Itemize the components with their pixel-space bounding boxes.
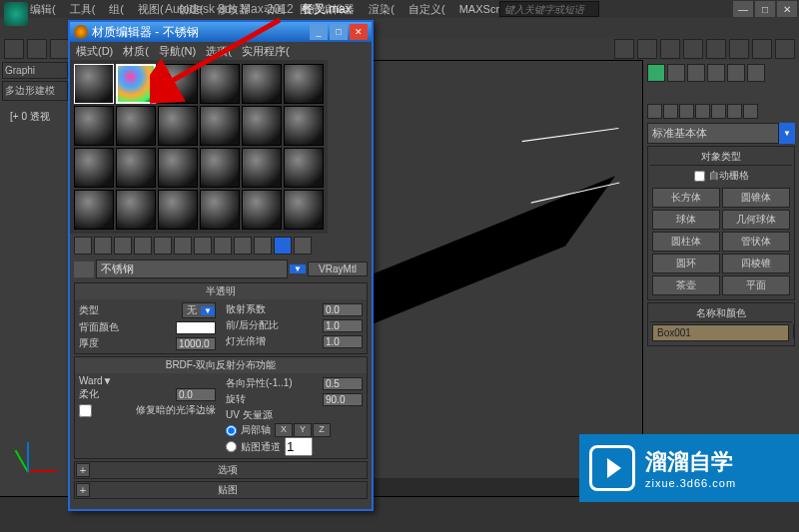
make-unique-icon[interactable] xyxy=(174,237,192,255)
go-to-parent-icon[interactable] xyxy=(274,237,292,255)
sample-slot[interactable] xyxy=(200,148,240,188)
spacewarps-icon[interactable] xyxy=(727,104,742,119)
align-icon[interactable] xyxy=(683,39,703,59)
sample-slot[interactable] xyxy=(158,148,198,188)
sample-slot[interactable] xyxy=(242,64,282,104)
options-rollout[interactable]: + 选项 xyxy=(74,461,368,479)
copy-icon[interactable] xyxy=(154,237,172,255)
plane-button[interactable]: 平面 xyxy=(722,275,790,295)
tube-button[interactable]: 管状体 xyxy=(722,232,790,252)
sample-slot[interactable] xyxy=(200,106,240,146)
sample-slot[interactable] xyxy=(158,106,198,146)
poly-modeling-tab[interactable]: 多边形建模 xyxy=(2,81,68,101)
fix-dark-checkbox[interactable] xyxy=(79,404,92,417)
type-dropdown[interactable]: 无▼ xyxy=(182,302,216,318)
geosphere-button[interactable]: 几何球体 xyxy=(722,210,790,230)
pyramid-button[interactable]: 四棱锥 xyxy=(722,254,790,273)
auto-grid-checkbox[interactable] xyxy=(694,171,705,182)
viewport-label[interactable]: [+ 0 透视 xyxy=(10,110,50,124)
systems-icon[interactable] xyxy=(743,104,758,119)
maps-rollout[interactable]: + 贴图 xyxy=(74,481,368,499)
assign-icon[interactable] xyxy=(114,237,132,255)
teapot-button[interactable]: 茶壶 xyxy=(652,275,720,295)
sample-slot[interactable] xyxy=(116,190,156,230)
geometry-icon[interactable] xyxy=(647,104,662,119)
sample-slot[interactable] xyxy=(74,148,114,188)
dialog-maximize-button[interactable]: □ xyxy=(330,24,348,40)
sample-slot[interactable] xyxy=(284,148,324,188)
show-map-icon[interactable] xyxy=(234,237,252,255)
light-input[interactable] xyxy=(323,335,363,348)
minimize-button[interactable]: — xyxy=(733,1,753,17)
close-button[interactable]: ✕ xyxy=(777,1,797,17)
cylinder-button[interactable]: 圆柱体 xyxy=(652,232,720,252)
sample-slot[interactable] xyxy=(200,64,240,104)
sample-slot[interactable] xyxy=(74,106,114,146)
brdf-header[interactable]: BRDF-双向反射分布功能 xyxy=(75,357,367,373)
material-name-input[interactable]: 不锈钢 xyxy=(96,260,288,278)
go-to-sibling-icon[interactable] xyxy=(294,237,312,255)
sample-slot[interactable] xyxy=(242,190,282,230)
axis-x-button[interactable]: X xyxy=(275,423,293,437)
brdf-model-dropdown[interactable]: Ward▼ xyxy=(79,375,216,386)
map-channel-input[interactable] xyxy=(285,437,313,456)
redo-icon[interactable] xyxy=(27,39,47,59)
cameras-icon[interactable] xyxy=(695,104,710,119)
me-menu-mode[interactable]: 模式(D) xyxy=(76,44,113,59)
link-icon[interactable] xyxy=(50,39,70,59)
scatter-input[interactable] xyxy=(323,303,363,316)
cone-button[interactable]: 圆锥体 xyxy=(722,188,790,208)
object-name-input[interactable] xyxy=(652,324,789,341)
axis-z-button[interactable]: Z xyxy=(313,423,331,437)
render-setup-icon[interactable] xyxy=(752,39,772,59)
shapes-icon[interactable] xyxy=(663,104,678,119)
sample-slot[interactable] xyxy=(242,148,282,188)
material-id-icon[interactable] xyxy=(214,237,232,255)
material-editor-icon[interactable] xyxy=(729,39,749,59)
aniso-input[interactable] xyxy=(323,377,363,390)
dialog-titlebar[interactable]: 材质编辑器 - 不锈钢 _ □ ✕ xyxy=(70,22,372,42)
motion-tab-icon[interactable] xyxy=(707,64,725,82)
app-icon[interactable] xyxy=(4,2,28,26)
thickness-input[interactable] xyxy=(176,337,216,350)
reset-icon[interactable] xyxy=(134,237,152,255)
sample-slot-active[interactable] xyxy=(116,64,156,104)
show-end-result-icon[interactable] xyxy=(254,237,272,255)
translucency-header[interactable]: 半透明 xyxy=(75,283,367,299)
dialog-minimize-button[interactable]: _ xyxy=(310,24,328,40)
me-menu-utilities[interactable]: 实用程序( xyxy=(242,44,290,59)
fb-input[interactable] xyxy=(323,319,363,332)
map-channel-radio[interactable] xyxy=(226,440,237,453)
sample-slot[interactable] xyxy=(200,190,240,230)
create-tab-icon[interactable] xyxy=(647,64,665,82)
sample-slot[interactable] xyxy=(158,190,198,230)
sample-slot[interactable] xyxy=(284,190,324,230)
lights-icon[interactable] xyxy=(679,104,694,119)
sphere-button[interactable]: 球体 xyxy=(652,210,720,230)
angle-snap-icon[interactable] xyxy=(637,39,657,59)
modify-tab-icon[interactable] xyxy=(667,64,685,82)
soften-input[interactable] xyxy=(176,388,216,401)
layers-icon[interactable] xyxy=(706,39,726,59)
sample-slot[interactable] xyxy=(284,106,324,146)
display-tab-icon[interactable] xyxy=(727,64,745,82)
sample-slot[interactable] xyxy=(242,106,282,146)
me-menu-options[interactable]: 选项( xyxy=(206,44,232,59)
back-color-swatch[interactable] xyxy=(176,321,216,334)
snap-icon[interactable] xyxy=(614,39,634,59)
me-menu-navigate[interactable]: 导航(N) xyxy=(159,44,196,59)
rotation-input[interactable] xyxy=(323,393,363,406)
search-input[interactable] xyxy=(499,1,599,17)
sample-slot[interactable] xyxy=(116,106,156,146)
object-color-swatch[interactable] xyxy=(793,324,795,338)
me-menu-material[interactable]: 材质( xyxy=(123,44,149,59)
sample-slot[interactable] xyxy=(74,64,114,104)
axis-y-button[interactable]: Y xyxy=(294,423,312,437)
maximize-button[interactable]: □ xyxy=(755,1,775,17)
put-to-scene-icon[interactable] xyxy=(94,237,112,255)
local-axis-radio[interactable] xyxy=(226,424,237,437)
helpers-icon[interactable] xyxy=(711,104,726,119)
chevron-down-icon[interactable]: ▼ xyxy=(290,265,306,273)
sample-slot[interactable] xyxy=(74,190,114,230)
hierarchy-tab-icon[interactable] xyxy=(687,64,705,82)
